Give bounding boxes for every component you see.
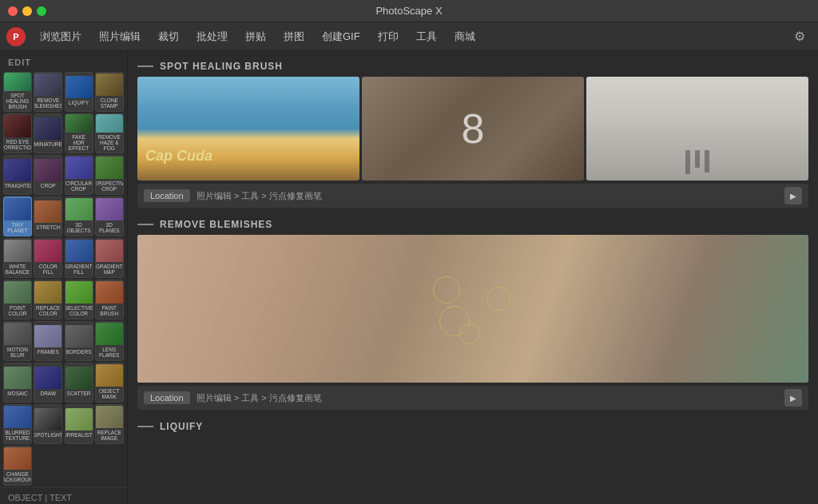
spot-healing-header: SPOT HEALING BRUSH bbox=[137, 61, 808, 72]
tool-sidebar: EDIT SPOT HEALING BRUSHREMOVE BLEMISHESL… bbox=[0, 51, 128, 504]
tool-item-34[interactable]: SURREALISTIC bbox=[65, 404, 93, 444]
minimize-button[interactable] bbox=[22, 6, 32, 16]
tool-item-6[interactable]: FAKE HDR EFFECT bbox=[65, 113, 93, 153]
location-tag-1[interactable]: Location bbox=[144, 189, 190, 202]
tool-item-32[interactable]: BLURRED TEXTURE bbox=[3, 404, 32, 444]
tool-item-35[interactable]: REPLACE IMAGE bbox=[95, 404, 124, 444]
tool-item-7[interactable]: REMOVE HAZE & FOG bbox=[95, 113, 124, 153]
menu-store[interactable]: 商城 bbox=[447, 26, 483, 47]
tool-item-20[interactable]: POINT COLOR bbox=[3, 280, 32, 319]
gallery-item-numbers[interactable]: 8 bbox=[362, 77, 584, 181]
sidebar-footer[interactable]: OBJECT | TEXT bbox=[0, 487, 127, 504]
close-button[interactable] bbox=[8, 6, 18, 16]
tool-item-2[interactable]: LIQUIFY bbox=[65, 72, 93, 112]
tool-item-26[interactable]: BORDERS bbox=[65, 321, 93, 361]
tool-item-14[interactable]: 3D OBJECTS bbox=[65, 196, 93, 236]
spot-healing-gallery: 8 bbox=[137, 77, 808, 181]
blemish-circle-1 bbox=[439, 306, 470, 336]
titlebar: PhotoScape X bbox=[0, 0, 818, 22]
section-dash-2 bbox=[137, 224, 153, 225]
liquify-title: LIQUIFY bbox=[160, 421, 203, 432]
play-icon-1: ▶ bbox=[790, 192, 796, 200]
location-bar-1: Location 照片编辑 > 工具 > 污点修复画笔 ▶ bbox=[137, 184, 808, 208]
play-icon-2: ▶ bbox=[790, 394, 796, 403]
menu-browse[interactable]: 浏览图片 bbox=[32, 26, 89, 47]
tool-item-25[interactable]: FRAMES bbox=[34, 321, 62, 361]
tool-item-23[interactable]: PAINT BRUSH bbox=[95, 280, 124, 319]
blemish-circle-3 bbox=[433, 276, 460, 304]
gallery-item-cuba[interactable] bbox=[137, 77, 359, 181]
traffic-lights bbox=[8, 6, 46, 16]
location-bar-2: Location 照片编辑 > 工具 > 污点修复画笔 ▶ bbox=[137, 386, 808, 410]
tool-item-4[interactable]: RED EYE CORRECTION bbox=[3, 113, 32, 153]
tool-item-15[interactable]: 3D PLANES bbox=[95, 196, 124, 236]
tool-item-33[interactable]: SPOTLIGHT bbox=[34, 404, 62, 444]
tool-item-27[interactable]: LENS FLARES bbox=[95, 321, 124, 361]
tool-item-5[interactable]: MINIATURE bbox=[34, 113, 62, 153]
sidebar-header: EDIT bbox=[0, 51, 127, 70]
tool-item-18[interactable]: GRADIENT FILL bbox=[65, 238, 93, 278]
tool-item-9[interactable]: CROP bbox=[34, 155, 62, 195]
tool-item-12[interactable]: TINY PLANET bbox=[3, 196, 32, 236]
face-preview-bg bbox=[137, 235, 808, 383]
tool-item-21[interactable]: REPLACE COLOR bbox=[34, 280, 62, 319]
tool-item-1[interactable]: REMOVE BLEMISHES bbox=[34, 72, 62, 112]
play-button-1[interactable]: ▶ bbox=[784, 187, 802, 204]
blemish-circle-4 bbox=[459, 323, 480, 344]
section-dash-3 bbox=[137, 426, 153, 427]
remove-blemishes-title: REMOVE BLEMISHES bbox=[160, 219, 272, 230]
menu-photo-layout[interactable]: 拼图 bbox=[276, 26, 312, 47]
blemishes-preview[interactable] bbox=[137, 235, 808, 383]
maximize-button[interactable] bbox=[37, 6, 46, 16]
tool-item-10[interactable]: CIRCULAR CROP bbox=[65, 155, 93, 195]
location-path-2: 照片编辑 > 工具 > 污点修复画笔 bbox=[197, 392, 778, 404]
menu-photo-edit[interactable]: 照片编辑 bbox=[91, 26, 149, 47]
remove-blemishes-header: REMOVE BLEMISHES bbox=[137, 219, 808, 230]
tool-item-28[interactable]: MOSAIC bbox=[3, 363, 32, 403]
menu-gif[interactable]: 创建GIF bbox=[314, 26, 368, 47]
menu-print[interactable]: 打印 bbox=[370, 26, 407, 47]
app-logo: P bbox=[6, 27, 26, 46]
tool-item-16[interactable]: WHITE BALANCE bbox=[3, 238, 32, 278]
play-button-2[interactable]: ▶ bbox=[784, 389, 802, 407]
tool-item-8[interactable]: STRAIGHTEN bbox=[3, 155, 32, 195]
app-title: PhotoScape X bbox=[375, 5, 442, 17]
location-path-1: 照片编辑 > 工具 > 污点修复画笔 bbox=[197, 190, 778, 202]
menu-crop[interactable]: 裁切 bbox=[150, 26, 187, 47]
content-area: SPOT HEALING BRUSH 8 Location 照片编辑 > 工具 … bbox=[128, 51, 818, 504]
tool-item-3[interactable]: CLONE STAMP bbox=[95, 72, 124, 112]
tool-item-24[interactable]: MOTION BLUR bbox=[3, 321, 32, 361]
tool-item-29[interactable]: DRAW bbox=[34, 363, 62, 403]
menu-batch[interactable]: 批处理 bbox=[189, 26, 236, 47]
tool-item-11[interactable]: PERSPECTIVE CROP bbox=[95, 155, 124, 195]
gallery-item-beach[interactable] bbox=[586, 77, 808, 181]
tool-item-17[interactable]: COLOR FILL bbox=[34, 238, 62, 278]
liquify-header: LIQUIFY bbox=[137, 421, 808, 432]
settings-icon[interactable]: ⚙ bbox=[788, 26, 812, 47]
location-tag-2[interactable]: Location bbox=[144, 391, 190, 404]
menu-collage[interactable]: 拼贴 bbox=[237, 26, 274, 47]
menu-tools[interactable]: 工具 bbox=[408, 26, 445, 47]
tool-item-22[interactable]: SELECTIVE COLOR bbox=[65, 280, 93, 319]
tool-item-0[interactable]: SPOT HEALING BRUSH bbox=[3, 72, 32, 112]
tool-item-13[interactable]: STRETCH bbox=[34, 196, 62, 236]
blemish-circle-2 bbox=[486, 287, 510, 311]
tool-item-31[interactable]: OBJECT MASK bbox=[95, 363, 124, 403]
main-area: EDIT SPOT HEALING BRUSHREMOVE BLEMISHESL… bbox=[0, 51, 818, 504]
tool-item-36[interactable]: CHANGE BACKGROUND bbox=[3, 446, 32, 486]
tool-item-19[interactable]: GRADIENT MAP bbox=[95, 238, 124, 278]
spot-healing-title: SPOT HEALING BRUSH bbox=[160, 61, 283, 72]
tool-grid: SPOT HEALING BRUSHREMOVE BLEMISHESLIQUIF… bbox=[0, 70, 127, 487]
section-dash bbox=[137, 65, 153, 67]
tool-item-30[interactable]: SCATTER bbox=[65, 363, 93, 403]
menubar: P 浏览图片 照片编辑 裁切 批处理 拼贴 拼图 创建GIF 打印 工具 商城 … bbox=[0, 22, 818, 51]
